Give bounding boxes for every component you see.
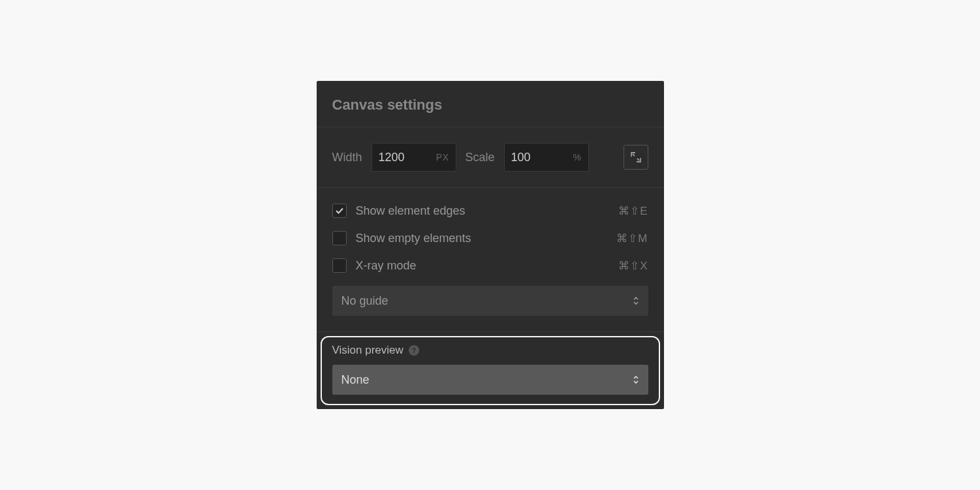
toggle-label-empty: Show empty elements [356, 232, 471, 245]
vision-select-value: None [341, 373, 370, 387]
vision-label: Vision preview [332, 344, 403, 357]
checkbox-xray[interactable] [332, 258, 347, 273]
vision-preview-section: Vision preview ? None [317, 332, 664, 409]
canvas-settings-panel: Canvas settings Width PX Scale % [317, 81, 664, 409]
guide-select-value: No guide [341, 294, 388, 308]
toggle-row-edges: Show element edges ⌘⇧E [332, 204, 648, 218]
help-icon[interactable]: ? [409, 345, 419, 356]
panel-header: Canvas settings [317, 81, 664, 127]
dimensions-section: Width PX Scale % [317, 127, 664, 188]
scale-input-wrapper: % [504, 143, 589, 172]
vision-label-row: Vision preview ? [332, 344, 648, 357]
expand-button[interactable] [624, 145, 648, 170]
width-unit: PX [436, 152, 449, 162]
dimensions-row: Width PX Scale % [332, 143, 648, 172]
shortcut-xray: ⌘⇧X [618, 259, 648, 273]
shortcut-empty: ⌘⇧M [616, 232, 648, 245]
expand-icon [630, 151, 642, 163]
toggle-label-xray: X-ray mode [356, 259, 417, 273]
vision-select[interactable]: None [332, 365, 648, 395]
guide-select[interactable]: No guide [332, 286, 648, 316]
scale-input[interactable] [511, 151, 550, 164]
chevron-updown-icon [633, 296, 639, 305]
scale-label: Scale [466, 151, 495, 164]
scale-unit: % [573, 152, 582, 162]
width-input[interactable] [379, 151, 418, 164]
shortcut-edges: ⌘⇧E [618, 204, 648, 218]
toggle-row-xray: X-ray mode ⌘⇧X [332, 258, 648, 273]
checkbox-empty[interactable] [332, 231, 347, 245]
panel-title: Canvas settings [332, 97, 648, 114]
toggle-row-empty: Show empty elements ⌘⇧M [332, 231, 648, 245]
width-label: Width [332, 151, 362, 164]
toggle-label-edges: Show element edges [356, 204, 466, 218]
chevron-updown-icon [633, 375, 639, 384]
toggles-section: Show element edges ⌘⇧E Show empty elemen… [317, 188, 664, 332]
checkbox-edges[interactable] [332, 204, 347, 218]
width-input-wrapper: PX [371, 143, 456, 172]
